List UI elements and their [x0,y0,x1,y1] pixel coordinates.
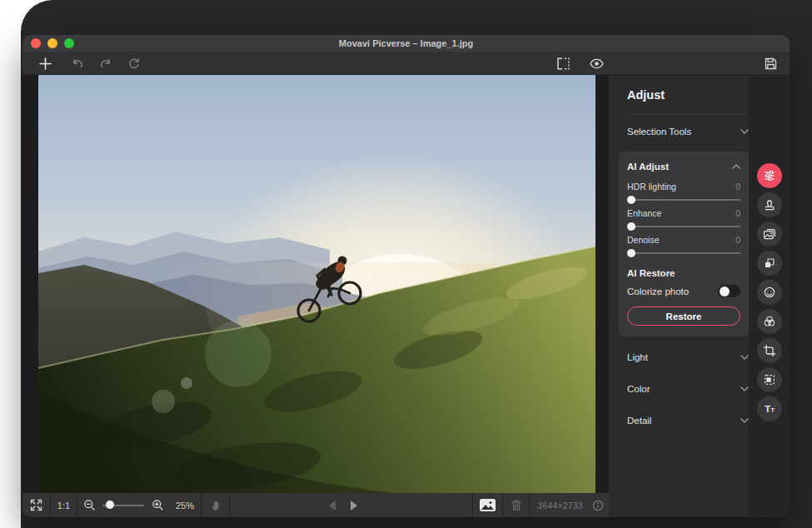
chevron-up-icon [732,164,740,169]
denoise-slider[interactable] [627,252,740,254]
enhance-control: Enhance 0 [627,208,740,227]
separator [229,493,230,517]
zoom-percent-label: 25% [169,493,201,517]
rail-face-retouch-button[interactable] [757,280,782,305]
zoom-actual-size-button[interactable]: 1:1 [51,493,77,517]
title-bar: Movavi Picverse – Image_1.jpg [22,35,790,52]
fit-to-screen-button[interactable] [22,493,50,517]
image-info-button[interactable] [587,493,609,517]
slider-value: 0 [735,235,740,245]
hdr-lighting-control: HDR lighting 0 [627,182,740,201]
reset-rotate-icon [127,57,141,70]
colorize-row: Colorize photo [627,285,740,297]
collapsed-sections: Light Color Detail [627,341,749,436]
section-selection-tools[interactable]: Selection Tools [627,115,749,148]
window-title: Movavi Picverse – Image_1.jpg [22,38,790,48]
text-icon: TT [763,402,776,416]
colorize-toggle[interactable] [718,285,740,297]
panel-content: Adjust Selection Tools AI Adjust [609,75,749,517]
section-color[interactable]: Color [627,373,749,405]
info-icon [592,500,604,511]
toggle-knob [720,286,730,296]
rail-text-button[interactable]: TT [757,396,782,421]
editing-canvas[interactable] [22,75,609,493]
face-retouch-icon [763,286,776,299]
adjust-panel: Adjust Selection Tools AI Adjust [609,75,790,517]
hdr-lighting-slider[interactable] [627,199,740,201]
rail-change-background-button[interactable] [757,222,782,247]
zoom-in-icon [152,499,164,511]
ai-restore-title: AI Restore [627,268,740,278]
resize-canvas-icon [763,373,776,386]
rail-color-filters-button[interactable] [757,309,782,334]
section-detail[interactable]: Detail [627,405,749,436]
save-button[interactable] [761,55,780,72]
svg-text:T: T [765,404,770,414]
effects-collage-icon [763,257,776,270]
slider-label: Enhance [627,208,661,218]
section-label: Detail [627,416,651,426]
zoom-in-button[interactable] [146,493,169,517]
trash-icon [511,499,522,511]
section-ai-adjust[interactable]: AI Adjust [627,159,740,174]
panel-title: Adjust [627,88,749,102]
undo-button[interactable] [68,55,87,72]
bottom-bar: 1:1 25% [22,493,609,517]
colorize-label: Colorize photo [627,286,689,296]
zoom-slider-knob[interactable] [106,501,114,509]
clone-stamp-icon [763,198,776,212]
compare-button[interactable] [554,55,572,72]
chevron-down-icon [740,129,749,134]
slider-value: 0 [735,182,740,192]
undo-icon [71,57,85,70]
rail-crop-button[interactable] [757,338,782,363]
slider-value: 0 [735,208,740,218]
hand-tool-button[interactable] [202,493,229,517]
toolbar [22,52,790,75]
chevron-down-icon [740,355,749,360]
restore-button[interactable]: Restore [627,306,740,326]
denoise-control: Denoise 0 [627,235,740,254]
section-label: Color [627,384,650,394]
rail-resize-button[interactable] [757,367,782,392]
bottom-bar-right: 3644×2733 [472,493,609,517]
image-thumbnail-icon [480,499,496,511]
main-area: 1:1 25% [22,75,790,517]
image-dimensions-label: 3644×2733 [530,501,587,511]
preview-button[interactable] [587,55,605,72]
ai-adjust-box: AI Adjust HDR lighting 0 [619,152,749,336]
compare-split-icon [555,57,571,71]
slider-label: HDR lighting [627,182,676,192]
zoom-slider[interactable] [101,493,146,517]
add-image-button[interactable] [36,55,54,72]
zoom-out-button[interactable] [77,493,101,517]
tool-rail: TT [749,75,790,517]
zoom-out-icon [83,499,96,511]
app-window: Movavi Picverse – Image_1.jpg [22,35,790,517]
section-light[interactable]: Light [627,341,749,373]
svg-text:T: T [770,406,775,414]
section-label: Light [627,352,648,362]
slider-knob[interactable] [627,196,635,204]
image-navigation [329,493,357,517]
rail-adjust-button[interactable] [757,163,782,188]
rail-clone-stamp-button[interactable] [757,192,782,217]
save-floppy-icon [764,57,778,71]
redo-button[interactable] [96,55,114,72]
crop-icon [763,344,776,357]
slider-knob[interactable] [627,222,635,231]
slider-knob[interactable] [627,249,635,257]
previous-image-button[interactable] [329,501,336,511]
enhance-slider[interactable] [627,226,740,227]
next-image-button[interactable] [351,501,357,511]
reset-button[interactable] [125,55,143,72]
redo-icon [98,57,112,70]
rail-effects-button[interactable] [757,251,782,276]
delete-image-button[interactable] [503,493,529,517]
chevron-down-icon [740,386,749,391]
slider-label: Denoise [627,235,660,245]
section-label: AI Adjust [627,162,669,172]
plus-icon [38,57,52,71]
chevron-down-icon [740,418,749,423]
show-thumbnails-button[interactable] [473,493,502,517]
